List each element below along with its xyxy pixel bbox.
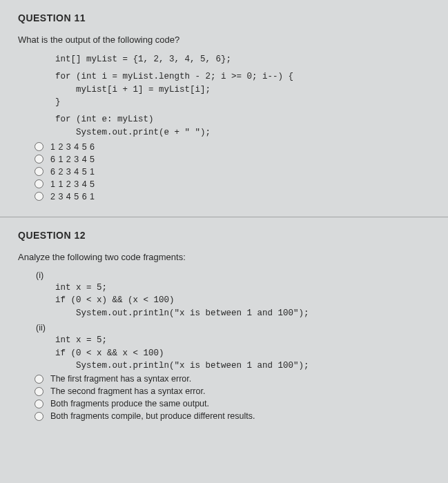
q11-code-2: for (int i = myList.length - 2; i >= 0; …: [55, 70, 430, 109]
q12-options: The first fragment has a syntax error. T…: [18, 374, 430, 421]
q12-frag1-label: (i): [36, 270, 430, 280]
q11-code-1: int[] myList = {1, 2, 3, 4, 5, 6};: [55, 53, 430, 66]
q11-code-3: for (int e: myList) System.out.print(e +…: [55, 113, 430, 139]
option-label: 1 1 2 3 4 5: [50, 179, 95, 189]
radio-icon: [35, 400, 43, 408]
q12-option-2[interactable]: Both fragments produce the same output.: [35, 399, 430, 408]
q12-frag2-code: int x = 5; if (0 < x && x < 100) System.…: [55, 334, 430, 373]
question-11: QUESTION 11 What is the output of the fo…: [18, 12, 430, 201]
option-label: The first fragment has a syntax error.: [50, 374, 191, 384]
option-label: 1 2 3 4 5 6: [50, 142, 95, 152]
radio-icon: [35, 387, 43, 396]
question-divider: [0, 217, 448, 217]
q11-options: 1 2 3 4 5 6 6 1 2 3 4 5 6 2 3 4 5 1 1 1 …: [18, 142, 430, 201]
radio-icon: [35, 142, 43, 151]
q12-option-1[interactable]: The second fragment has a syntax error.: [35, 386, 430, 396]
q11-option-3[interactable]: 1 1 2 3 4 5: [35, 179, 430, 189]
q12-option-0[interactable]: The first fragment has a syntax error.: [35, 374, 430, 384]
option-label: 6 2 3 4 5 1: [50, 167, 95, 177]
radio-icon: [35, 155, 43, 164]
q11-option-0[interactable]: 1 2 3 4 5 6: [35, 142, 430, 152]
radio-icon: [35, 412, 43, 421]
question-11-title: QUESTION 11: [18, 12, 430, 23]
option-label: The second fragment has a syntax error.: [50, 386, 205, 396]
question-12-prompt: Analyze the following two code fragments…: [18, 252, 430, 262]
q11-option-1[interactable]: 6 1 2 3 4 5: [35, 155, 430, 164]
q12-option-3[interactable]: Both fragments compile, but produce diff…: [35, 411, 430, 421]
question-12: QUESTION 12 Analyze the following two co…: [18, 230, 430, 422]
q11-option-4[interactable]: 2 3 4 5 6 1: [35, 192, 430, 201]
radio-icon: [35, 179, 43, 188]
option-label: 2 3 4 5 6 1: [50, 192, 95, 201]
option-label: Both fragments produce the same output.: [50, 399, 209, 408]
option-label: 6 1 2 3 4 5: [50, 155, 95, 164]
radio-icon: [35, 192, 43, 201]
question-11-prompt: What is the output of the following code…: [18, 34, 430, 45]
option-label: Both fragments compile, but produce diff…: [50, 411, 255, 421]
q11-option-2[interactable]: 6 2 3 4 5 1: [35, 167, 430, 177]
radio-icon: [35, 375, 43, 384]
q12-frag1-code: int x = 5; if (0 < x) && (x < 100) Syste…: [55, 282, 430, 320]
question-12-title: QUESTION 12: [18, 230, 430, 241]
q12-frag2-label: (ii): [36, 323, 430, 333]
radio-icon: [35, 167, 43, 176]
